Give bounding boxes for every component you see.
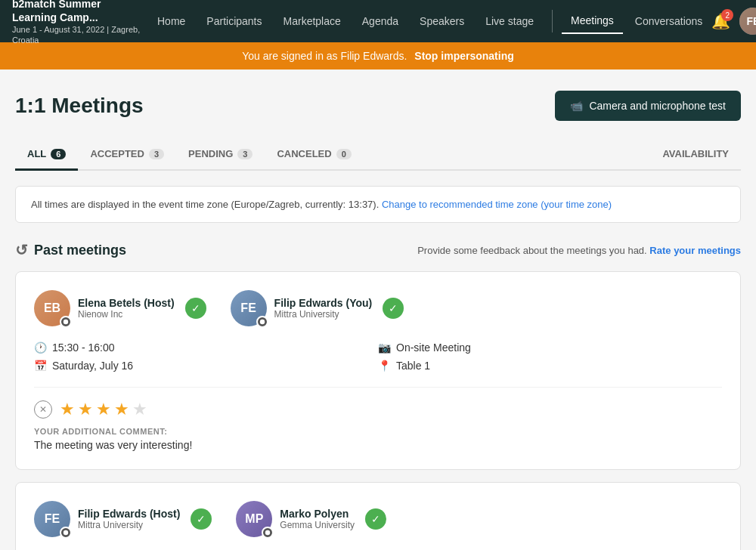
avatar-marko: MP	[236, 501, 272, 537]
participant-info-marko: Marko Polyen Gemma University	[280, 508, 355, 530]
time-value-1: 15:30 - 16:00	[52, 341, 115, 354]
rating-close-button[interactable]: ✕	[34, 400, 52, 419]
meeting-time-1: 🕐 15:30 - 16:00	[34, 341, 378, 354]
history-icon: ↺	[15, 241, 28, 259]
meeting-location-1: 📍 Table 1	[378, 360, 722, 372]
svg-point-0	[64, 320, 68, 324]
avatar-initials-filip-host: FE	[45, 512, 60, 526]
participant-info-filip: Filip Edwards (You) Mittra University	[274, 297, 373, 320]
tab-pending-badge: 3	[237, 149, 253, 159]
timezone-notice: All times are displayed in the event tim…	[15, 186, 741, 223]
meeting-type-icon: 📷	[378, 341, 390, 354]
stop-impersonating-link[interactable]: Stop impersonating	[414, 50, 513, 62]
tab-canceled-label: CANCELED	[277, 148, 331, 159]
org-icon-elena	[60, 316, 72, 328]
rating-section-1: ✕ ★ ★ ★ ★ ★ YOUR ADDITIONAL COMMENT: The…	[34, 387, 722, 451]
svg-point-1	[259, 320, 264, 324]
rate-meetings-link[interactable]: Rate your meetings	[649, 245, 741, 256]
avatar-initials-filip: FE	[240, 301, 256, 315]
camera-button-label: Camera and microphone test	[589, 100, 726, 112]
tab-all[interactable]: ALL 6	[15, 139, 78, 171]
participant-name-elena: Elena Betels (Host)	[78, 297, 175, 309]
participant-name-filip: Filip Edwards (You)	[274, 297, 373, 309]
accepted-check-filip-host: ✓	[191, 508, 212, 530]
calendar-icon: 📅	[34, 360, 46, 372]
participant-filip-host: FE Filip Edwards (Host) Mittra Universit…	[34, 501, 212, 537]
org-icon-filip-host	[60, 527, 72, 539]
timezone-change-link[interactable]: Change to recommended time zone (your ti…	[382, 199, 612, 210]
star-1[interactable]: ★	[60, 400, 75, 419]
avatar-image: FE	[739, 8, 756, 35]
participant-name-filip-host: Filip Edwards (Host)	[78, 508, 180, 520]
participant-org-elena: Nienow Inc	[78, 309, 175, 320]
rating-stars-1: ★ ★ ★ ★ ★	[60, 400, 147, 419]
tab-all-badge: 6	[51, 149, 66, 159]
participant-info-filip-host: Filip Edwards (Host) Mittra University	[78, 508, 180, 530]
tab-pending[interactable]: PENDING 3	[176, 139, 265, 171]
type-value-1: On-site Meeting	[396, 341, 471, 354]
avatar-filip-host: FE	[34, 501, 70, 537]
nav-conversations[interactable]: Conversations	[626, 9, 712, 33]
camera-icon: 📹	[570, 100, 583, 112]
meeting-date-1: 📅 Saturday, July 16	[34, 360, 378, 372]
avatar-initials-elena: EB	[44, 301, 60, 315]
location-icon: 📍	[378, 360, 390, 372]
tab-accepted-label: ACCEPTED	[90, 148, 144, 159]
meeting-participants-2: FE Filip Edwards (Host) Mittra Universit…	[34, 501, 722, 537]
tab-availability[interactable]: AVAILABILITY	[650, 139, 741, 171]
meeting-card-1: EB Elena Betels (Host) Nienow Inc ✓ FE	[15, 271, 741, 470]
meeting-details-1: 🕐 15:30 - 16:00 📷 On-site Meeting 📅 Satu…	[34, 341, 722, 372]
nav-participants[interactable]: Participants	[197, 9, 271, 33]
rating-row-1: ✕ ★ ★ ★ ★ ★	[34, 400, 722, 419]
camera-test-button[interactable]: 📹 Camera and microphone test	[555, 91, 741, 121]
org-icon-filip	[256, 316, 268, 328]
nav-meetings[interactable]: Meetings	[562, 8, 623, 34]
tab-all-label: ALL	[27, 148, 46, 159]
tab-canceled-badge: 0	[336, 149, 352, 159]
nav-live-stage[interactable]: Live stage	[476, 9, 543, 33]
nav-right: 🔔 2 FE	[711, 8, 756, 35]
tab-availability-label: AVAILABILITY	[662, 148, 729, 159]
past-meetings-title: ↺ Past meetings	[15, 241, 126, 259]
tab-accepted[interactable]: ACCEPTED 3	[78, 139, 176, 171]
star-5[interactable]: ★	[132, 400, 147, 419]
nav-agenda[interactable]: Agenda	[353, 9, 407, 33]
accepted-check-filip: ✓	[383, 298, 404, 319]
nav-marketplace[interactable]: Marketplace	[274, 9, 350, 33]
page-header: 1:1 Meetings 📹 Camera and microphone tes…	[15, 91, 741, 121]
comment-label-1: YOUR ADDITIONAL COMMENT:	[34, 427, 722, 436]
meeting-card-2: FE Filip Edwards (Host) Mittra Universit…	[15, 482, 741, 550]
brand: b2match Summer Learning Camp... June 1 -…	[12, 0, 148, 45]
participant-org-filip-host: Mittra University	[78, 520, 180, 530]
svg-point-2	[64, 530, 68, 535]
avatar-initials-marko: MP	[245, 512, 263, 526]
participant-marko: MP Marko Polyen Gemma University ✓	[236, 501, 386, 537]
tab-accepted-badge: 3	[149, 149, 164, 159]
participant-org-filip: Mittra University	[274, 309, 373, 320]
star-2[interactable]: ★	[78, 400, 93, 419]
notification-bell[interactable]: 🔔 2	[711, 12, 730, 30]
svg-point-3	[265, 530, 270, 535]
nav-speakers[interactable]: Speakers	[411, 9, 473, 33]
tab-canceled[interactable]: CANCELED 0	[265, 139, 363, 171]
comment-text-1: The meeting was very interesting!	[34, 439, 722, 451]
participant-name-marko: Marko Polyen	[280, 508, 355, 520]
past-meetings-header: ↺ Past meetings Provide some feedback ab…	[15, 241, 741, 259]
star-4[interactable]: ★	[114, 400, 129, 419]
accepted-check-marko: ✓	[365, 508, 386, 530]
date-value-1: Saturday, July 16	[52, 360, 133, 372]
avatar-elena: EB	[34, 290, 70, 326]
nav-home[interactable]: Home	[148, 9, 194, 33]
participant-org-marko: Gemma University	[280, 520, 355, 530]
main-content: 1:1 Meetings 📹 Camera and microphone tes…	[0, 70, 756, 550]
tabs-bar: ALL 6 ACCEPTED 3 PENDING 3 CANCELED 0 AV…	[15, 139, 741, 171]
user-avatar[interactable]: FE	[739, 8, 756, 35]
star-3[interactable]: ★	[96, 400, 111, 419]
impersonation-message: You are signed in as Filip Edwards.	[242, 50, 407, 62]
meeting-participants-1: EB Elena Betels (Host) Nienow Inc ✓ FE	[34, 290, 722, 326]
timezone-text: All times are displayed in the event tim…	[31, 199, 379, 210]
tab-pending-label: PENDING	[188, 148, 233, 159]
avatar-filip: FE	[231, 290, 267, 326]
nav-divider	[552, 10, 553, 32]
participant-filip: FE Filip Edwards (You) Mittra University…	[231, 290, 404, 326]
